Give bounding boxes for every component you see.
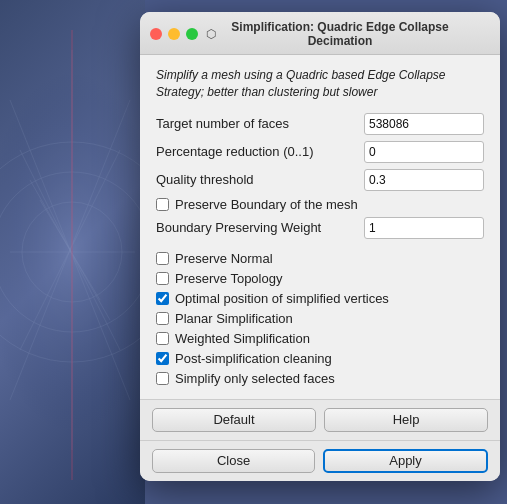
button-row-2: Close Apply <box>140 440 500 481</box>
help-button[interactable]: Help <box>324 408 488 432</box>
preserve-boundary-row: Preserve Boundary of the mesh <box>156 197 484 212</box>
optimal-position-label: Optimal position of simplified vertices <box>175 291 389 306</box>
close-window-button[interactable] <box>150 28 162 40</box>
weighted-simplification-label: Weighted Simplification <box>175 331 310 346</box>
preserve-normal-checkbox[interactable] <box>156 252 169 265</box>
maximize-button[interactable] <box>186 28 198 40</box>
quality-label: Quality threshold <box>156 172 364 187</box>
percentage-input[interactable] <box>364 141 484 163</box>
post-simplification-checkbox[interactable] <box>156 352 169 365</box>
preserve-normal-label: Preserve Normal <box>175 251 273 266</box>
simplify-selected-row: Simplify only selected faces <box>156 371 484 386</box>
post-simplification-row: Post-simplification cleaning <box>156 351 484 366</box>
percentage-row: Percentage reduction (0..1) <box>156 141 484 163</box>
preserve-topology-label: Preserve Topology <box>175 271 282 286</box>
preserve-boundary-label: Preserve Boundary of the mesh <box>175 197 358 212</box>
weighted-simplification-checkbox[interactable] <box>156 332 169 345</box>
dialog-window: ⬡ Simplification: Quadric Edge Collapse … <box>140 12 500 481</box>
simplify-selected-checkbox[interactable] <box>156 372 169 385</box>
simplify-selected-label: Simplify only selected faces <box>175 371 335 386</box>
optimal-position-checkbox[interactable] <box>156 292 169 305</box>
target-faces-row: Target number of faces <box>156 113 484 135</box>
post-simplification-label: Post-simplification cleaning <box>175 351 332 366</box>
default-button[interactable]: Default <box>152 408 316 432</box>
apply-button[interactable]: Apply <box>323 449 488 473</box>
boundary-weight-label: Boundary Preserving Weight <box>156 220 364 235</box>
planar-simplification-row: Planar Simplification <box>156 311 484 326</box>
button-row-1: Default Help <box>140 399 500 440</box>
description-text: Simplify a mesh using a Quadric based Ed… <box>156 67 484 101</box>
dialog-body: Simplify a mesh using a Quadric based Ed… <box>140 55 500 399</box>
window-title: Simplification: Quadric Edge Collapse De… <box>220 20 460 48</box>
window-controls <box>150 28 198 40</box>
target-faces-input[interactable] <box>364 113 484 135</box>
planar-simplification-checkbox[interactable] <box>156 312 169 325</box>
preserve-topology-row: Preserve Topology <box>156 271 484 286</box>
close-button[interactable]: Close <box>152 449 315 473</box>
preserve-topology-checkbox[interactable] <box>156 272 169 285</box>
title-bar: ⬡ Simplification: Quadric Edge Collapse … <box>140 12 500 55</box>
weighted-simplification-row: Weighted Simplification <box>156 331 484 346</box>
target-faces-label: Target number of faces <box>156 116 364 131</box>
boundary-weight-row: Boundary Preserving Weight <box>156 217 484 239</box>
window-icon: ⬡ <box>206 27 216 41</box>
preserve-normal-row: Preserve Normal <box>156 251 484 266</box>
mesh-background <box>0 0 145 504</box>
quality-input[interactable] <box>364 169 484 191</box>
quality-row: Quality threshold <box>156 169 484 191</box>
minimize-button[interactable] <box>168 28 180 40</box>
preserve-boundary-checkbox[interactable] <box>156 198 169 211</box>
optimal-position-row: Optimal position of simplified vertices <box>156 291 484 306</box>
planar-simplification-label: Planar Simplification <box>175 311 293 326</box>
percentage-label: Percentage reduction (0..1) <box>156 144 364 159</box>
boundary-weight-input[interactable] <box>364 217 484 239</box>
